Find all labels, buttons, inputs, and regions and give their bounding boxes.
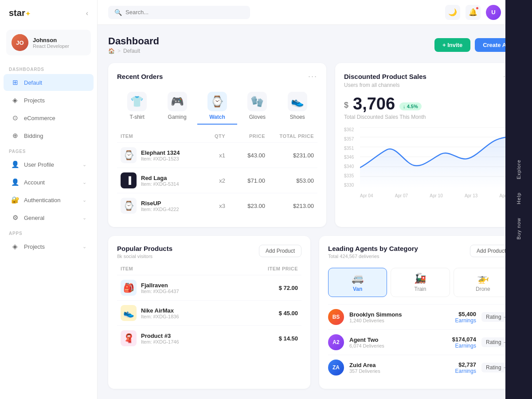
product-id-2: Item: #XDG-1836 [141, 314, 179, 319]
card-menu-icon[interactable]: ··· [308, 72, 317, 81]
bidding-icon: ⊕ [11, 131, 20, 140]
cat-tab-gloves[interactable]: 🧤 Gloves [237, 88, 277, 125]
item-total-3: $213.00 [265, 203, 314, 209]
dashboards-section-label: DASHBOARDS [0, 63, 97, 74]
chart-y-labels: $362 $357 $351 $346 $340 $335 $330 [344, 127, 354, 188]
product-name-1: Fjallraven [141, 282, 179, 289]
recent-orders-title: Recent Orders [117, 73, 163, 80]
agent-stat-1: $5,400 Earnings [455, 311, 476, 324]
theme-icon[interactable]: 🌙 [445, 5, 460, 20]
buy-now-label[interactable]: Buy now [516, 218, 521, 239]
orders-table: ITEM QTY PRICE TOTAL PRICE ⌚ Elephant 13… [117, 132, 317, 218]
col-qty: QTY [190, 133, 225, 139]
sales-currency: $ [344, 98, 348, 112]
sidebar-item-projects-label: Projects [24, 97, 86, 104]
list-item: ZA Zuid Area 357 Deliveries $2,737 Earni… [328, 355, 512, 380]
agent-stat-2: $174,074 Earnings [452, 336, 476, 349]
invite-button[interactable]: + Invite [434, 38, 470, 52]
gloves-icon: 🧤 [247, 92, 267, 111]
item-total-1: $231.00 [265, 152, 314, 159]
item-thumb-1: ⌚ [121, 147, 137, 163]
sidebar-item-projects-app-label: Projects [24, 243, 78, 250]
product-id-1: Item: #XDG-6437 [141, 289, 179, 294]
discounted-sales-card: Discounted Product Sales ··· Users from … [335, 63, 521, 227]
cat-tab-watch[interactable]: ⌚ Watch [197, 88, 237, 125]
popular-products-title: Popular Products [117, 245, 172, 252]
popular-products-header: Popular Products 8k social visitors Add … [117, 245, 301, 259]
cat-label-tshirt: T-shirt [130, 114, 145, 120]
item-id-2: Item: #XDG-5314 [141, 181, 179, 187]
add-product-button[interactable]: Add Product [259, 245, 301, 257]
projects-icon: ◈ [11, 96, 20, 105]
account-icon: 👤 [11, 178, 20, 187]
item-id-3: Item: #XDG-4222 [141, 207, 179, 212]
topbar-user-avatar[interactable]: U [486, 5, 501, 20]
recent-orders-card: Recent Orders ··· 👕 T-shirt 🎮 Gaming ⌚ [108, 63, 326, 227]
sidebar-item-authentication[interactable]: 🔐 Authentication ⌄ [4, 192, 94, 208]
product-price-1: $ 72.00 [245, 285, 298, 291]
sidebar-item-general-label: General [24, 215, 78, 221]
agent-tab-train[interactable]: 🚂 Train [391, 268, 450, 297]
sales-badge: ↓ 4.5% [399, 102, 422, 110]
sidebar-item-account-label: Account [24, 179, 78, 186]
col-price: PRICE [225, 133, 265, 139]
logo-text: star✦ [9, 8, 31, 18]
sidebar-item-authentication-label: Authentication [24, 197, 78, 203]
product-price-2: $ 45.00 [245, 310, 298, 317]
sidebar-item-user-profile[interactable]: 👤 User Profile ⌄ [4, 156, 94, 173]
gaming-icon: 🎮 [168, 92, 187, 111]
product-id-3: Item: #XDG-1746 [141, 339, 179, 344]
chart-x-labels: Apr 04 Apr 07 Apr 10 Apr 13 Apr 18 [360, 193, 512, 198]
sidebar-item-projects[interactable]: ◈ Projects [4, 92, 94, 109]
page-header: Dashboard 🏠 > Default + Invite Create Ap… [108, 35, 521, 54]
sidebar-item-account[interactable]: 👤 Account ⌄ [4, 174, 94, 191]
sidebar-item-default-label: Default [24, 79, 86, 86]
search-input[interactable] [125, 9, 244, 16]
product-thumb-1: 🎒 [121, 280, 137, 296]
item-total-2: $53.00 [265, 177, 314, 184]
cat-tab-gaming[interactable]: 🎮 Gaming [157, 88, 197, 125]
list-item: 🎒 Fjallraven Item: #XDG-6437 $ 72.00 [117, 275, 301, 300]
cat-tab-tshirt[interactable]: 👕 T-shirt [117, 88, 157, 125]
list-item: 🧣 Product #3 Item: #XDG-1746 $ 14.50 [117, 325, 301, 351]
search-wrap: 🔍 [108, 6, 250, 19]
sidebar-item-projects-app[interactable]: ◈ Projects ⌄ [4, 238, 94, 255]
cat-tab-shoes[interactable]: 👟 Shoes [278, 88, 317, 125]
cat-label-shoes: Shoes [290, 114, 305, 120]
item-price-3: $23.00 [225, 203, 265, 209]
list-item: A2 Agent Two 6,074 Deliveries $174,074 E… [328, 329, 512, 355]
help-label[interactable]: Help [516, 192, 521, 204]
agent-tab-drone[interactable]: 🚁 Drone [454, 268, 512, 297]
sales-subtitle: Users from all channels [344, 82, 512, 88]
user-avatar: JO [12, 34, 28, 51]
col-item-pp: ITEM [121, 266, 245, 271]
search-icon: 🔍 [114, 9, 122, 16]
sidebar-item-default[interactable]: ⊞ Default [4, 74, 94, 91]
explore-label[interactable]: Explore [516, 160, 521, 179]
category-tabs: 👕 T-shirt 🎮 Gaming ⌚ Watch 🧤 Gloves [117, 88, 317, 125]
agent-tab-van-label: Van [353, 286, 362, 292]
popular-products-subtitle: 8k social visitors [117, 254, 172, 259]
user-profile-widget[interactable]: JO Johnson React Developer [6, 30, 91, 55]
general-icon: ⚙ [11, 213, 20, 222]
sidebar-item-general[interactable]: ⚙ General ⌄ [4, 209, 94, 226]
notification-icon[interactable]: 🔔 [466, 5, 481, 20]
table-row: ⌚ RiseUP Item: #XDG-4222 x3 $23.00 $213.… [117, 193, 317, 218]
sidebar-toggle[interactable]: ‹ [86, 9, 88, 17]
main-grid-row1: Recent Orders ··· 👕 T-shirt 🎮 Gaming ⌚ [108, 63, 521, 227]
products-table-header: ITEM ITEM PRICE [117, 264, 301, 275]
sales-desc: Total Discounted Sales This Month [344, 114, 512, 120]
user-profile-icon: 👤 [11, 160, 20, 169]
item-id-1: Item: #XDG-1523 [141, 156, 180, 161]
agent-tab-van[interactable]: 🚐 Van [328, 268, 387, 297]
sidebar-item-bidding[interactable]: ⊕ Bidding [4, 127, 94, 144]
sidebar-item-ecommerce[interactable]: ⊙ eCommerce [4, 110, 94, 126]
product-name-3: Product #3 [141, 332, 179, 339]
chart-svg [360, 127, 512, 188]
agent-list: BS Brooklyn Simmons 1,240 Deliveries $5,… [328, 304, 512, 380]
cat-label-watch: Watch [209, 114, 225, 120]
agent-deliveries-3: 357 Deliveries [349, 368, 380, 374]
agent-avatar-2: A2 [328, 334, 344, 350]
main-grid-row2: Popular Products 8k social visitors Add … [108, 236, 521, 389]
item-thumb-2: ▐ [121, 172, 137, 188]
